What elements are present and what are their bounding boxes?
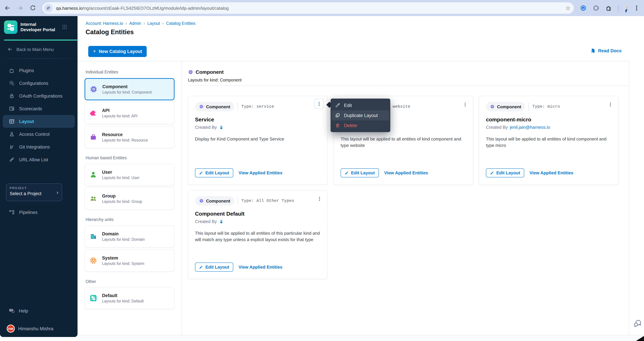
browser-profile-avatar[interactable] [624, 4, 627, 12]
sidebar-item-pipelines[interactable]: Pipelines [0, 206, 78, 219]
created-by-link[interactable]: jenil.jain@harness.io [510, 125, 550, 130]
menu-item-delete[interactable]: Delete [330, 120, 390, 130]
layout-card-component-default: Component Type: All Other Types Componen… [188, 190, 328, 279]
breadcrumb-account[interactable]: Account: Harness.io [86, 21, 123, 26]
sidebar-item-label: Layout [19, 119, 34, 124]
card-menu-button[interactable] [316, 194, 322, 203]
sidebar-item-label: Git Integrations [19, 144, 50, 149]
card-title: Component Default [195, 211, 244, 217]
lock-icon [9, 93, 15, 99]
sidebar-item-label: Plugins [19, 68, 34, 73]
url-domain: qa.harness.io [56, 5, 83, 10]
new-catalog-layout-button[interactable]: + New Catalog Layout [88, 46, 147, 57]
created-by-row: Created By [195, 125, 224, 130]
edit-layout-button[interactable]: Edit Layout [341, 168, 379, 177]
entity-card-user[interactable]: User Layouts for kind: User [84, 164, 174, 186]
app-frame: Internal Developer Portal Back to Main M… [0, 16, 644, 341]
layout-card-component-micro: Component Type: micro component-micro Cr… [479, 96, 618, 185]
project-label: PROJECT [10, 186, 58, 190]
breadcrumb-layout[interactable]: Layout [147, 21, 160, 26]
view-applied-entities-link[interactable]: View Applied Entities [238, 170, 282, 175]
card-description: This layout will be applied to all entit… [486, 136, 613, 149]
pencil-icon [199, 171, 203, 175]
sidebar-item-git-integrations[interactable]: Git Integrations [0, 140, 78, 153]
entity-name: Group [102, 193, 142, 199]
user-profile-row[interactable]: HM Himanshu Mishra [7, 324, 53, 333]
back-to-main-menu[interactable]: Back to Main Menu [8, 46, 54, 53]
sidebar-item-scorecards[interactable]: Scorecards [0, 102, 78, 115]
puzzle-icon [9, 67, 15, 73]
chip-icon [490, 104, 495, 109]
edit-layout-button[interactable]: Edit Layout [195, 168, 233, 177]
breadcrumb-separator: › [162, 21, 164, 26]
address-bar[interactable]: qa.harness.io/ng/account/zEaak-FLS425IEO… [42, 2, 574, 14]
default-logo-icon [89, 294, 97, 302]
sidebar-item-oauth-configurations[interactable]: OAuth Configurations [0, 89, 78, 102]
group-icon [89, 194, 97, 203]
entity-card-domain[interactable]: Domain Layouts for kind: Domain [84, 225, 174, 248]
entity-card-resource[interactable]: Resource Layouts for kind: Resource [84, 126, 174, 148]
chat-widget-icon[interactable] [633, 319, 642, 328]
browser-refresh-icon[interactable] [30, 5, 36, 11]
app-logo-row: Internal Developer Portal [4, 20, 58, 34]
view-applied-entities-link[interactable]: View Applied Entities [384, 170, 428, 175]
system-gear-icon [89, 257, 97, 265]
help-label: Help [19, 308, 28, 313]
layout-icon [9, 118, 15, 124]
view-applied-entities-link[interactable]: View Applied Entities [238, 265, 282, 270]
kind-section-title: Component [196, 69, 224, 75]
resource-bag-icon [89, 133, 97, 141]
plus-icon: + [93, 48, 96, 54]
panel-divider [182, 61, 182, 335]
chevron-right-icon: › [56, 189, 58, 195]
bookmark-star-icon[interactable]: ☆ [566, 5, 571, 11]
sidebar-item-label: Pipelines [19, 210, 38, 215]
read-docs-link[interactable]: Read Docs [590, 48, 622, 53]
spinner-extension-icon[interactable] [593, 5, 599, 11]
edit-layout-button[interactable]: Edit Layout [195, 263, 233, 272]
copy-icon [335, 113, 340, 118]
edit-layout-button[interactable]: Edit Layout [486, 168, 524, 177]
entity-card-api[interactable]: API Layouts for kind: API [84, 102, 174, 124]
back-label: Back to Main Menu [16, 47, 54, 52]
layout-card-service: Component Type: service Service Created … [188, 96, 328, 185]
module-grid-icon[interactable] [62, 24, 68, 30]
browser-menu-icon[interactable] [633, 5, 640, 11]
browser-forward-icon[interactable] [17, 5, 24, 11]
entity-desc: Layouts for kind: User [102, 176, 140, 180]
card-menu-button[interactable] [462, 100, 468, 109]
entity-desc: Layouts for kind: System [102, 262, 144, 266]
card-description: Display for Kind Component and Type Serv… [195, 136, 322, 142]
sidebar-item-configurations[interactable]: Configurations [0, 77, 78, 89]
kebab-icon [462, 101, 468, 108]
breadcrumb-admin[interactable]: Admin [129, 21, 141, 26]
sidebar: Internal Developer Portal Back to Main M… [0, 16, 78, 337]
card-title: component-micro [486, 117, 531, 123]
entity-card-component[interactable]: Component Layouts for kind: Component [84, 78, 174, 100]
sidebar-item-access-control[interactable]: Access Control [0, 128, 78, 140]
card-menu-button[interactable] [314, 99, 324, 109]
sidebar-item-url-allow-list[interactable]: URL Allow List [0, 153, 78, 166]
site-info-icon[interactable] [44, 4, 53, 12]
menu-item-edit[interactable]: Edit [330, 100, 390, 110]
kind-section-subtitle: Layouts for kind: Component [188, 78, 242, 82]
pencil-icon [199, 265, 203, 269]
view-applied-entities-link[interactable]: View Applied Entities [530, 170, 574, 175]
person-icon [9, 131, 15, 137]
password-extension-icon[interactable] [580, 5, 586, 11]
card-title: Service [195, 117, 214, 123]
extensions-puzzle-icon[interactable] [606, 5, 612, 11]
sidebar-item-layout[interactable]: Layout [3, 115, 75, 128]
sidebar-item-plugins[interactable]: Plugins [0, 64, 78, 77]
menu-item-duplicate-layout[interactable]: Duplicate Layout [332, 110, 389, 120]
breadcrumb-catalog-entities[interactable]: Catalog Entities [166, 21, 196, 26]
gears-icon [9, 80, 15, 86]
entity-card-default[interactable]: Default Layouts for kind: Default [84, 287, 174, 309]
card-menu-button[interactable] [608, 100, 614, 109]
entity-card-system[interactable]: System Layouts for kind: System [84, 250, 174, 272]
entity-card-group[interactable]: Group Layouts for kind: Group [84, 187, 174, 210]
created-by-row: Created By [195, 219, 224, 224]
project-selector[interactable]: PROJECT Select a Project › [6, 183, 62, 201]
help-item[interactable]: ? Help [9, 307, 28, 315]
browser-back-icon[interactable] [4, 5, 11, 11]
